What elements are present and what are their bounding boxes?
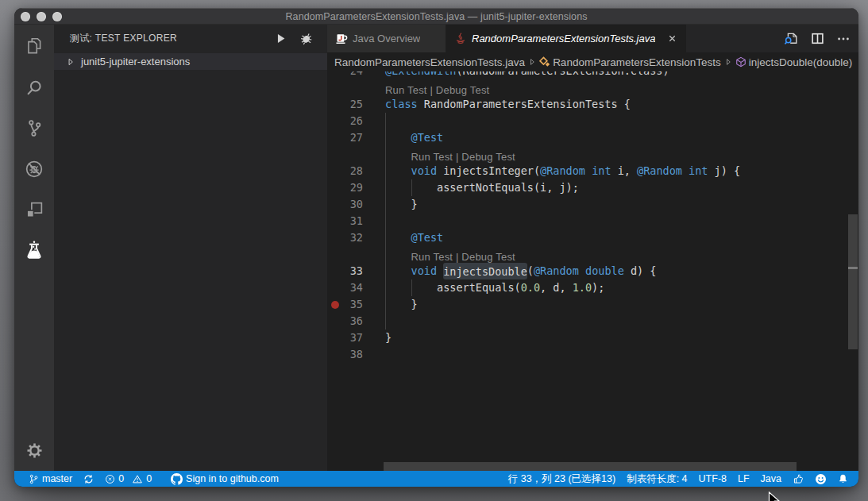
debug-icon — [24, 159, 44, 179]
sidebar-header: 测试: TEST EXPLORER — [54, 25, 327, 52]
status-feedback-smiley[interactable] — [815, 473, 827, 485]
horizontal-scrollbar[interactable] — [327, 462, 847, 471]
code-line: 37} — [327, 330, 858, 346]
gear-icon — [25, 441, 44, 460]
activity-item-explorer[interactable] — [14, 29, 54, 64]
code-text: } — [385, 330, 392, 346]
code-line: 28 void injectsInteger(@Random int i, @R… — [327, 163, 858, 179]
activity-item-search[interactable] — [14, 70, 54, 105]
status-warnings-label: 0 — [146, 473, 152, 484]
activity-bar — [14, 25, 54, 471]
tab-java-overview[interactable]: Java Overview — [327, 25, 446, 52]
java-file-icon — [454, 33, 467, 45]
line-number: 34 — [327, 279, 363, 296]
status-encoding-label: UTF-8 — [699, 473, 727, 484]
java-overview-icon — [335, 33, 348, 45]
status-github-signin-label: Sign in to github.com — [186, 473, 279, 484]
line-number: 38 — [327, 346, 363, 363]
more-actions-button[interactable] — [835, 31, 851, 47]
desktop: { "window": { "title": "RandomParameters… — [0, 0, 868, 501]
vscode-window: RandomParametersExtensionTests.java — ju… — [14, 8, 858, 487]
line-number: 30 — [327, 196, 363, 213]
status-cursor-position-label: 行 33，列 23 (已选择13) — [508, 472, 615, 486]
tab-randomparametersextensiontests-java[interactable]: RandomParametersExtensionTests.java — [446, 25, 686, 52]
line-number: 29 — [327, 179, 363, 196]
code-text: assertNotEquals(i, j); — [385, 179, 579, 196]
vertical-scrollbar[interactable] — [847, 71, 858, 471]
code-line: 29 assertNotEquals(i, j); — [327, 179, 858, 196]
code-editor[interactable]: 24@ExtendWith(RandomParametersExtension.… — [327, 71, 858, 471]
breadcrumb-label: injectsDouble(double) — [749, 56, 853, 68]
code-text: class RandomParametersExtensionTests { — [385, 96, 631, 113]
line-number: 31 — [327, 213, 363, 229]
breadcrumb-item[interactable]: injectsDouble(double) — [735, 56, 853, 68]
code-line: 24@ExtendWith(RandomParametersExtension.… — [327, 71, 858, 79]
activity-item-extensions[interactable] — [14, 192, 54, 227]
code-line: 35 } — [327, 296, 858, 313]
debug-all-tests-button[interactable] — [299, 32, 313, 46]
breakpoint-icon[interactable] — [331, 301, 339, 309]
status-feedback-hand[interactable] — [793, 473, 804, 484]
activity-item-manage[interactable] — [14, 433, 54, 468]
status-sync[interactable] — [83, 474, 94, 484]
status-branch[interactable]: master — [29, 473, 72, 484]
status-eol[interactable]: LF — [738, 473, 750, 484]
breadcrumb-item[interactable]: RandomParametersExtensionTests.java — [334, 56, 525, 68]
chevron-right-icon[interactable] — [64, 56, 77, 68]
breadcrumb-item[interactable]: RandomParametersExtensionTests — [539, 56, 721, 68]
status-cursor-position[interactable]: 行 33，列 23 (已选择13) — [508, 472, 615, 486]
code-line: 30 } — [327, 196, 858, 213]
code-line: 25class RandomParametersExtensionTests { — [327, 96, 858, 113]
code-line: 33 void injectsDouble(@Random double d) … — [327, 263, 858, 279]
titlebar[interactable]: RandomParametersExtensionTests.java — ju… — [14, 8, 858, 25]
github-icon — [171, 473, 183, 485]
code-line: 34 assertEquals(0.0, d, 1.0); — [327, 279, 858, 296]
code-text: @ExtendWith(RandomParametersExtension.cl… — [385, 71, 669, 79]
status-language-mode[interactable]: Java — [761, 473, 781, 484]
status-encoding[interactable]: UTF-8 — [699, 473, 727, 484]
warning-icon — [132, 474, 143, 484]
status-branch-label: master — [42, 473, 72, 484]
split-editor-icon — [810, 31, 825, 46]
files-icon — [24, 36, 44, 56]
status-notifications[interactable] — [838, 473, 848, 484]
sync-icon — [83, 474, 94, 484]
line-number: 28 — [327, 163, 363, 179]
status-errors[interactable]: 0 — [105, 473, 124, 484]
code-text: } — [385, 196, 418, 213]
close-tab-button[interactable] — [665, 33, 678, 45]
activity-item-test-explorer[interactable] — [14, 233, 54, 268]
activity-item-debug[interactable] — [14, 152, 54, 187]
git-branch-icon — [29, 474, 39, 484]
status-language-mode-label: Java — [761, 473, 781, 484]
line-number: 26 — [327, 113, 363, 129]
codelens-line: Run Test | Debug Test — [327, 146, 858, 163]
ellipsis-icon — [836, 32, 851, 46]
run-all-tests-button[interactable] — [273, 32, 287, 46]
line-number: 33 — [327, 263, 363, 279]
beaker-icon — [24, 241, 44, 261]
editor-group: Java OverviewRandomParametersExtensionTe… — [327, 25, 858, 471]
debug-alt-icon — [299, 32, 313, 45]
status-errors-label: 0 — [118, 473, 124, 484]
error-icon — [105, 474, 115, 484]
status-eol-label: LF — [738, 473, 750, 484]
status-warnings[interactable]: 0 — [132, 473, 152, 484]
open-changes-button[interactable] — [783, 31, 799, 47]
sidebar-title: 测试: TEST EXPLORER — [70, 32, 273, 45]
activity-item-source-control[interactable] — [14, 110, 54, 145]
code-text: @Test — [385, 229, 443, 246]
breadcrumb-separator-icon — [723, 57, 733, 67]
status-github-signin[interactable]: Sign in to github.com — [171, 473, 279, 485]
extensions-icon — [25, 200, 44, 220]
horizontal-scrollbar-thumb[interactable] — [384, 462, 797, 471]
smiley-icon — [815, 473, 827, 485]
code-text: void injectsInteger(@Random int i, @Rand… — [385, 163, 740, 179]
status-indentation[interactable]: 制表符长度: 4 — [627, 472, 687, 486]
tree-item-junit5-jupiter-extensions[interactable]: junit5-jupiter-extensions — [54, 53, 327, 70]
code-line: 32 @Test — [327, 229, 858, 246]
code-line: 31 — [327, 213, 858, 229]
vertical-scrollbar-thumb[interactable] — [848, 214, 858, 349]
mouse-cursor — [768, 491, 781, 501]
split-editor-button[interactable] — [809, 31, 825, 47]
